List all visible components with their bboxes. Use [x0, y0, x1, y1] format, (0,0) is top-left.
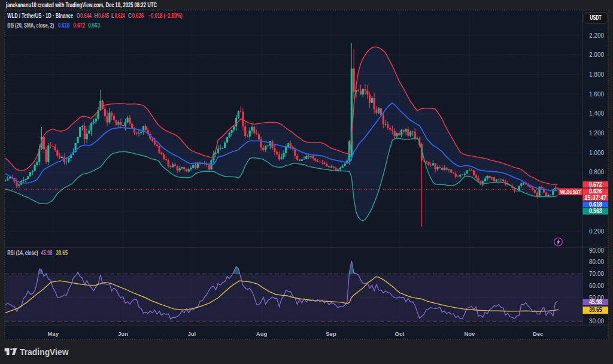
svg-text:janekananu10 created with Trad: janekananu10 created with TradingView.co… — [5, 2, 157, 8]
svg-text:WLD / TetherUS · 1D · Binance: WLD / TetherUS · 1D · Binance — [7, 13, 73, 19]
svg-text:80.00: 80.00 — [589, 259, 604, 265]
svg-text:O: O — [77, 13, 80, 19]
svg-text:0.645: 0.645 — [98, 13, 109, 19]
svg-text:0.644: 0.644 — [80, 13, 92, 19]
svg-text:Jun: Jun — [118, 330, 128, 337]
svg-text:0.563: 0.563 — [589, 208, 602, 214]
svg-text:−0.018 (−2.80%): −0.018 (−2.80%) — [148, 13, 183, 19]
svg-text:45.98: 45.98 — [589, 299, 602, 305]
svg-text:0.618: 0.618 — [589, 201, 602, 208]
svg-text:1.400: 1.400 — [589, 110, 604, 117]
svg-text:0.672: 0.672 — [589, 181, 602, 188]
svg-text:BB (20, SMA, close, 2): BB (20, SMA, close, 2) — [7, 22, 54, 29]
svg-text:TradingView: TradingView — [20, 347, 69, 357]
svg-text:Jul: Jul — [187, 330, 196, 337]
svg-text:70.00: 70.00 — [589, 271, 604, 277]
svg-text:Dec: Dec — [533, 330, 543, 337]
svg-text:0.626: 0.626 — [589, 188, 602, 195]
svg-text:45.98: 45.98 — [41, 250, 53, 256]
svg-text:USDT: USDT — [590, 14, 601, 21]
svg-text:60.00: 60.00 — [589, 283, 604, 289]
svg-text:0.800: 0.800 — [589, 169, 604, 175]
svg-text:1.000: 1.000 — [589, 150, 604, 156]
svg-text:Aug: Aug — [256, 330, 268, 337]
svg-text:0.618: 0.618 — [58, 22, 70, 29]
svg-text:2.000: 2.000 — [589, 51, 604, 58]
svg-text:90.00: 90.00 — [589, 247, 604, 254]
svg-text:1.200: 1.200 — [589, 130, 604, 136]
svg-text:L: L — [111, 13, 114, 19]
svg-text:30.00: 30.00 — [589, 318, 604, 324]
svg-text:15:37:47: 15:37:47 — [584, 195, 606, 201]
svg-text:Oct: Oct — [395, 330, 405, 337]
svg-text:0.624: 0.624 — [115, 13, 125, 19]
svg-text:0.672: 0.672 — [73, 22, 85, 29]
svg-text:1.800: 1.800 — [589, 71, 604, 78]
svg-text:Sep: Sep — [326, 330, 336, 337]
svg-text:RSI (14, close): RSI (14, close) — [7, 250, 38, 256]
svg-text:0.626: 0.626 — [132, 13, 144, 19]
svg-text:Nov: Nov — [464, 330, 475, 337]
svg-text:0.563: 0.563 — [88, 22, 100, 29]
svg-text:2.200: 2.200 — [589, 32, 604, 39]
svg-text:WLDUSDT: WLDUSDT — [560, 189, 581, 195]
svg-text:39.65: 39.65 — [589, 307, 602, 313]
svg-text:39.65: 39.65 — [56, 250, 68, 256]
svg-text:H: H — [95, 13, 98, 19]
svg-text:C: C — [128, 13, 132, 19]
svg-text:1.600: 1.600 — [589, 91, 604, 98]
svg-text:0.200: 0.200 — [589, 228, 604, 235]
svg-text:May: May — [47, 330, 59, 337]
